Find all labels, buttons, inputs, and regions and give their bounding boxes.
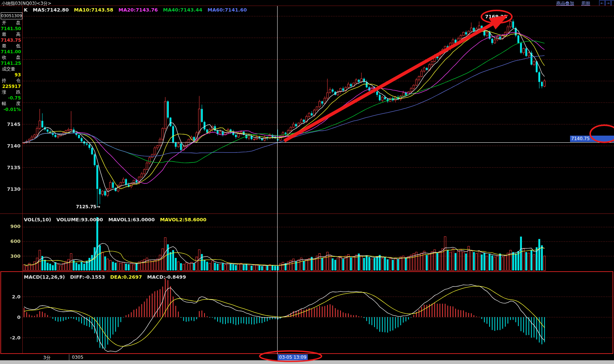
macd-axis-label: 2.0 bbox=[0, 294, 20, 300]
quote-row-label: 持仓 bbox=[1, 77, 22, 84]
quote-row-label: 收盘 bbox=[1, 54, 22, 61]
k-symbol: K bbox=[24, 7, 28, 13]
crosshair-vertical-line bbox=[277, 6, 278, 354]
quote-row-label: 幅度 bbox=[1, 101, 22, 107]
crosshair-date-label: 03-05 13:09 bbox=[278, 354, 308, 360]
price-axis-label: 7145 bbox=[0, 121, 20, 127]
statusbar-divider bbox=[69, 354, 69, 360]
quote-row-value: 7143.75 bbox=[1, 38, 22, 43]
trading-app-window: 小纳指03(NQ03)<3分> 商品叠加 周期 ← → KMA5:7142.80… bbox=[0, 0, 614, 364]
arrow-left-icon: ← bbox=[601, 1, 604, 5]
volume-axis-label: 600 bbox=[0, 238, 20, 244]
session-low-label: 7125.75→ bbox=[76, 204, 100, 209]
mavol1-value: MAVOL1:63.0000 bbox=[108, 217, 155, 222]
ma20-value: MA20:7143.76 bbox=[118, 7, 158, 13]
quote-row-label: 成交量 bbox=[1, 66, 22, 72]
ma5-value: MA5:7142.80 bbox=[33, 7, 69, 13]
bottom-status-bar: 3分 0305 03-05 13:09 bbox=[0, 354, 614, 360]
volume-indicator-header: VOL(5,10)VOLUME:93.0000MAVOL1:63.0000MAV… bbox=[24, 217, 212, 222]
titlebar-separator bbox=[0, 6, 614, 6]
crosshair-price-label: 7140.75 bbox=[570, 136, 614, 142]
quote-row-label: 涨跌 bbox=[1, 89, 22, 95]
volume-axis-label: 300 bbox=[0, 253, 20, 259]
bottom-scroll-strip[interactable] bbox=[0, 360, 614, 364]
volume-axis-label: 900 bbox=[0, 224, 20, 229]
quote-row-value: 7141.50 bbox=[1, 26, 22, 31]
quote-timestamp[interactable]: 03051309 bbox=[1, 12, 22, 19]
quote-panel: 开盘7141.50最高7143.75最低7141.00收盘7141.25成交量9… bbox=[1, 20, 22, 112]
title-bar: 小纳指03(NQ03)<3分> 商品叠加 周期 ← → bbox=[0, 0, 614, 6]
quote-row-value: 7141.00 bbox=[1, 49, 22, 54]
vol-name: VOL(5,10) bbox=[24, 217, 51, 222]
scroll-right-button[interactable]: → bbox=[605, 0, 611, 6]
macd-value: MACD:-0.8499 bbox=[147, 274, 186, 280]
ma60-value: MA60:7141.60 bbox=[208, 7, 247, 13]
macd-axis-label: 0 bbox=[0, 314, 20, 320]
arrow-right-icon: → bbox=[607, 1, 610, 5]
kline-indicator-header: KMA5:7142.80MA10:7143.58MA20:7143.76MA40… bbox=[24, 7, 252, 13]
volume-value: VOLUME:93.0000 bbox=[56, 217, 103, 222]
quote-row-label: 最高 bbox=[1, 31, 22, 38]
price-axis-label: 7130 bbox=[0, 186, 20, 192]
ma40-value: MA40:7143.44 bbox=[163, 7, 203, 13]
quote-row-value: -0.75 bbox=[1, 95, 22, 101]
price-axis-label: 7135 bbox=[0, 165, 20, 170]
mavol2-value: MAVOL2:58.6000 bbox=[160, 217, 206, 222]
scroll-end-button[interactable] bbox=[611, 0, 614, 6]
ma10-value: MA10:7143.58 bbox=[74, 7, 114, 13]
macd-axis-label: -2.0 bbox=[0, 335, 20, 341]
macd-indicator-header: MACD(12,26,9)DIFF:-0.1553DEA:0.2697MACD:… bbox=[24, 274, 191, 280]
price-axis-label: 7140 bbox=[0, 143, 20, 149]
scroll-left-button[interactable]: ← bbox=[599, 0, 605, 6]
date-indicator: 0305 bbox=[72, 355, 83, 360]
chart-canvas[interactable] bbox=[0, 0, 614, 364]
quote-row-value: 225917 bbox=[1, 84, 22, 89]
session-high-label: 7169.25 bbox=[485, 14, 507, 19]
quote-row-value: 93 bbox=[1, 72, 22, 77]
quote-row-value: -0.01% bbox=[1, 107, 22, 112]
macd-name: MACD(12,26,9) bbox=[24, 274, 65, 280]
quote-row-label: 开盘 bbox=[1, 20, 22, 26]
quote-row-value: 7141.25 bbox=[1, 61, 22, 66]
dea-value: DEA:0.2697 bbox=[110, 274, 142, 280]
quote-row-label: 最低 bbox=[1, 43, 22, 49]
diff-value: DIFF:-0.1553 bbox=[70, 274, 105, 280]
crosshair-horizontal-line bbox=[22, 142, 614, 143]
